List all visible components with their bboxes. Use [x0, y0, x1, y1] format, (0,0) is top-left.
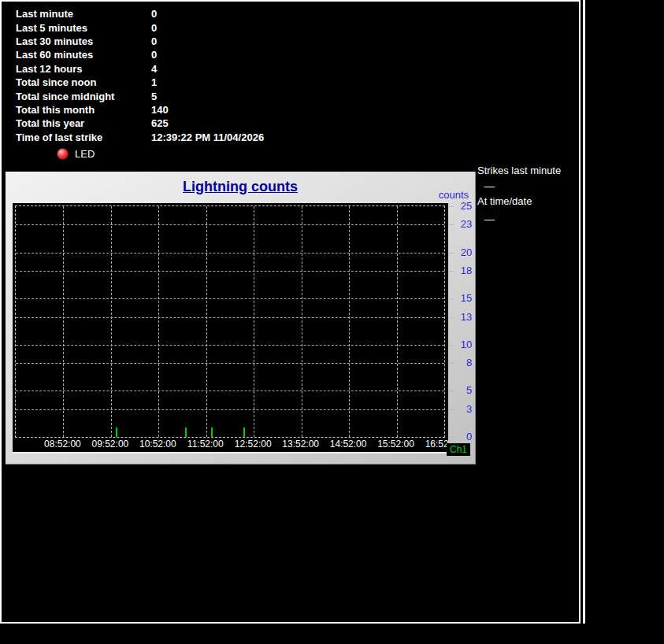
lightning-chart-panel: Lightning counts counts 08:52:0009:52:00…: [6, 172, 476, 464]
y-tick-mark: –: [448, 339, 454, 350]
gridline-horizontal: [16, 390, 444, 391]
x-tick-label: 11:52:00: [187, 439, 224, 450]
y-tick-label: 13: [456, 311, 472, 323]
stat-row: Last minute 0: [16, 7, 264, 20]
window-edge-line: [583, 0, 585, 624]
stat-value: 5: [151, 91, 157, 102]
stat-label: Last 60 minutes: [16, 49, 151, 61]
x-tick-label: 15:52:00: [377, 439, 414, 450]
y-tick-label: 3: [456, 403, 472, 415]
strikes-last-minute-value: —: [484, 180, 495, 192]
gridline-horizontal: [16, 345, 444, 346]
stat-row: Total since midnight 5: [16, 89, 264, 102]
x-tick-label: 08:52:00: [44, 439, 81, 450]
x-tick-label: 13:52:00: [282, 439, 319, 450]
gridline-horizontal: [16, 224, 444, 225]
stat-value: 0: [151, 35, 157, 47]
stat-value: 0: [151, 49, 157, 61]
stat-value: 4: [151, 63, 157, 75]
stat-row: Total since noon 1: [16, 76, 264, 89]
at-time-date-value: —: [484, 213, 495, 225]
x-tick-label: 16:52:00: [425, 439, 448, 450]
stat-row: Last 12 hours 4: [16, 62, 264, 76]
y-tick-label: 20: [456, 246, 472, 258]
y-tick-mark: –: [448, 357, 454, 368]
y-tick: –3: [448, 403, 472, 415]
y-tick: –20: [448, 246, 472, 258]
y-tick: –23: [448, 218, 472, 230]
y-tick-mark: –: [448, 311, 454, 323]
gridline-vertical: [206, 206, 207, 437]
gridline-horizontal: [16, 409, 444, 410]
gridline-vertical: [254, 206, 254, 437]
strike-stats-list: Last minute 0 Last 5 minutes 0 Last 30 m…: [16, 7, 264, 144]
led-indicator-row: LED: [57, 148, 95, 160]
y-tick-mark: –: [448, 292, 454, 304]
stat-label: Last minute: [16, 8, 151, 20]
y-tick-mark: –: [448, 218, 454, 230]
gridline-vertical: [111, 206, 112, 437]
strike-data-point: [243, 427, 245, 437]
stat-label: Total this month: [16, 104, 151, 116]
stat-row: Total this month 140: [16, 103, 264, 117]
x-tick-label: 10:52:00: [139, 439, 176, 450]
y-tick: –10: [448, 339, 472, 350]
y-tick-mark: –: [448, 246, 454, 258]
led-on-icon[interactable]: [57, 148, 69, 160]
y-tick-mark: –: [448, 403, 454, 415]
x-tick-label: 12:52:00: [235, 439, 272, 450]
y-tick-mark: –: [448, 200, 454, 212]
x-tick-label: 09:52:00: [92, 439, 129, 450]
stat-row: Time of last strike 12:39:22 PM 11/04/20…: [16, 131, 264, 144]
y-tick-mark: –: [448, 384, 454, 396]
y-tick-label: 5: [456, 384, 472, 396]
gridline-vertical: [397, 206, 398, 437]
y-tick: –13: [448, 311, 472, 323]
stat-value: 140: [151, 104, 169, 116]
stat-value: 1: [151, 76, 157, 88]
y-tick: –0: [448, 431, 472, 442]
strike-data-point: [211, 427, 213, 437]
y-tick-label: 25: [456, 200, 472, 212]
y-axis-labels: –25–23–20–18–15–13–10–8–5–3–0: [448, 172, 475, 464]
x-axis-labels: 08:52:0009:52:0010:52:0011:52:0012:52:00…: [15, 439, 447, 452]
y-tick: –18: [448, 265, 472, 276]
stat-value: 0: [151, 22, 157, 34]
legend-ch1[interactable]: Ch1: [447, 443, 470, 456]
x-tick-label: 14:52:00: [330, 439, 367, 450]
chart-widget: 08:52:0009:52:0010:52:0011:52:0012:52:00…: [13, 203, 448, 453]
y-tick-label: 0: [456, 431, 472, 442]
y-tick-mark: –: [448, 265, 454, 276]
stat-label: Last 30 minutes: [16, 35, 151, 47]
stat-label: Last 12 hours: [16, 63, 151, 75]
y-tick: –25: [448, 200, 472, 212]
stat-row: Total this year 625: [16, 117, 264, 130]
gridline-vertical: [302, 206, 302, 437]
gridline-horizontal: [16, 298, 444, 299]
gridline-horizontal: [16, 363, 444, 364]
gridline-horizontal: [16, 317, 444, 318]
strike-data-point: [185, 427, 187, 437]
stat-row: Last 5 minutes 0: [16, 20, 264, 34]
gridline-vertical: [349, 206, 350, 437]
y-tick-label: 15: [456, 292, 472, 304]
led-label: LED: [75, 148, 95, 160]
y-tick-label: 10: [456, 339, 472, 350]
y-tick: –8: [448, 357, 472, 368]
stat-label: Total this year: [16, 117, 151, 129]
stat-label: Total since noon: [16, 76, 151, 88]
gridline-vertical: [158, 206, 159, 437]
y-tick-label: 8: [456, 357, 472, 368]
stat-label: Total since midnight: [16, 91, 151, 102]
gridline-horizontal: [16, 253, 444, 254]
strike-data-point: [116, 427, 117, 437]
app-window: Last minute 0 Last 5 minutes 0 Last 30 m…: [0, 0, 581, 624]
gridline-vertical: [63, 206, 64, 437]
y-tick-label: 23: [456, 218, 472, 230]
stat-value: 12:39:22 PM 11/04/2026: [151, 131, 264, 143]
stat-value: 0: [151, 8, 157, 20]
strikes-last-minute-label: Strikes last minute: [477, 165, 561, 176]
stat-label: Last 5 minutes: [16, 22, 151, 34]
y-tick: –15: [448, 292, 472, 304]
stat-value: 625: [151, 117, 169, 129]
